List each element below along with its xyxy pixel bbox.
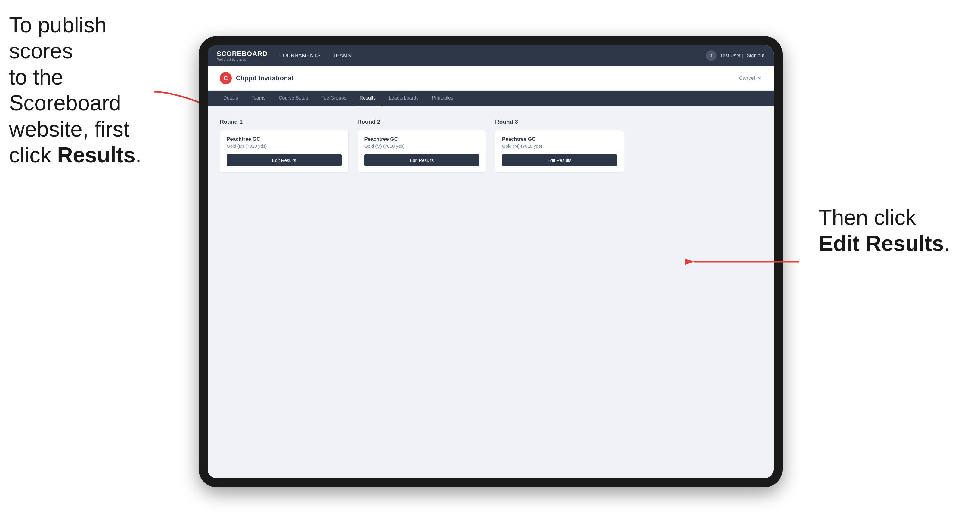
round-3-course-name: Peachtree GC — [502, 136, 617, 142]
user-label: Test User | — [720, 53, 743, 58]
round-3-card: Peachtree GC Gold (M) (7010 yds) Edit Re… — [495, 130, 624, 173]
tab-printables[interactable]: Printables — [425, 90, 460, 106]
tournament-logo: C — [220, 72, 232, 84]
close-icon: ✕ — [757, 75, 762, 81]
tab-details[interactable]: Details — [217, 90, 245, 106]
tournament-title-area: C Clippd Invitational — [220, 72, 293, 84]
tournament-header: C Clippd Invitational Cancel ✕ — [208, 66, 773, 90]
tablet-screen: SCOREBOARD Powered by clippd TOURNAMENTS… — [208, 45, 773, 478]
logo-sub-text: Powered by clippd — [217, 58, 267, 61]
tablet-frame: SCOREBOARD Powered by clippd TOURNAMENTS… — [199, 36, 783, 487]
round-1-title: Round 1 — [220, 119, 348, 125]
user-area: T Test User | Sign out — [706, 50, 765, 61]
round-2-card: Peachtree GC Gold (M) (7010 yds) Edit Re… — [358, 130, 487, 173]
main-content: Round 1 Peachtree GC Gold (M) (7010 yds)… — [208, 106, 773, 478]
round-4-empty-column — [633, 119, 762, 173]
tab-teams[interactable]: Teams — [245, 90, 272, 106]
round-1-course-details: Gold (M) (7010 yds) — [227, 143, 342, 149]
nav-tournaments[interactable]: TOURNAMENTS — [280, 52, 321, 59]
top-nav: SCOREBOARD Powered by clippd TOURNAMENTS… — [208, 45, 773, 66]
round-3-course-details: Gold (M) (7010 yds) — [502, 143, 617, 149]
edit-results-button-2[interactable]: Edit Results — [364, 154, 479, 166]
cancel-button[interactable]: Cancel ✕ — [739, 75, 762, 81]
tab-tee-groups[interactable]: Tee Groups — [315, 90, 353, 106]
scoreboard-logo: SCOREBOARD Powered by clippd — [217, 50, 267, 61]
nav-links: TOURNAMENTS TEAMS — [280, 52, 706, 59]
round-3-title: Round 3 — [495, 119, 624, 125]
edit-results-button-1[interactable]: Edit Results — [227, 154, 342, 166]
edit-results-button-3[interactable]: Edit Results — [502, 154, 617, 166]
round-2-column: Round 2 Peachtree GC Gold (M) (7010 yds)… — [358, 119, 487, 173]
tab-leaderboards[interactable]: Leaderboards — [382, 90, 425, 106]
sub-nav: Details Teams Course Setup Tee Groups Re… — [208, 90, 773, 106]
instruction-right: Then click Edit Results. — [819, 205, 950, 257]
round-2-title: Round 2 — [358, 119, 487, 125]
instruction-left: To publish scores to the Scoreboard webs… — [9, 12, 165, 168]
round-2-course-details: Gold (M) (7010 yds) — [364, 143, 479, 149]
round-1-card: Peachtree GC Gold (M) (7010 yds) Edit Re… — [220, 130, 348, 173]
sign-out-link[interactable]: Sign out — [747, 53, 765, 58]
logo-text: SCOREBOARD — [217, 50, 267, 58]
round-2-course-name: Peachtree GC — [364, 136, 479, 142]
round-1-column: Round 1 Peachtree GC Gold (M) (7010 yds)… — [220, 119, 348, 173]
tournament-name: Clippd Invitational — [236, 74, 293, 82]
round-3-column: Round 3 Peachtree GC Gold (M) (7010 yds)… — [495, 119, 624, 173]
rounds-grid: Round 1 Peachtree GC Gold (M) (7010 yds)… — [220, 119, 762, 173]
tab-results[interactable]: Results — [353, 90, 382, 106]
round-1-course-name: Peachtree GC — [227, 136, 342, 142]
user-avatar: T — [706, 50, 717, 61]
tab-course-setup[interactable]: Course Setup — [272, 90, 315, 106]
nav-teams[interactable]: TEAMS — [332, 52, 351, 59]
